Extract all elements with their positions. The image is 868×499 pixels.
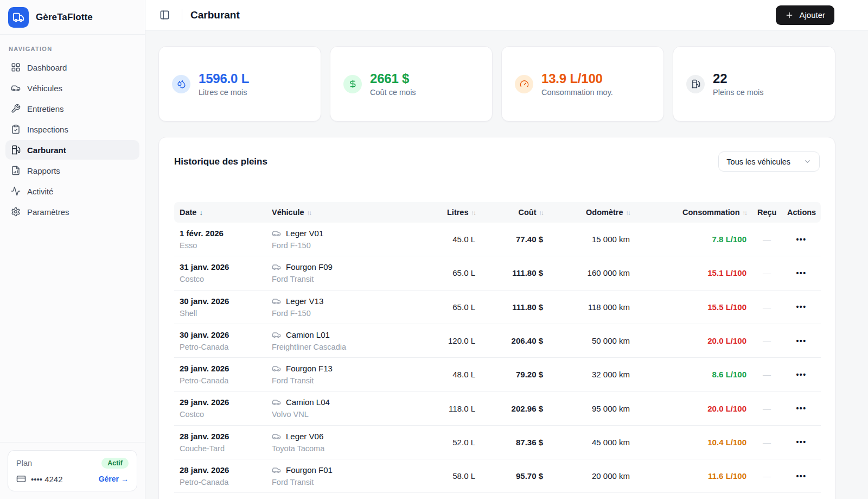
row-actions-button[interactable]: ••• [796, 236, 806, 243]
fuel-pump-icon [11, 145, 21, 155]
consumption-cell: 15.1 L/100 [635, 256, 752, 290]
date-cell: 29 janv. 2026 Costco [174, 391, 266, 425]
litres-cell: 52.0 L [435, 425, 481, 459]
row-actions-button[interactable]: ••• [796, 405, 806, 412]
fillup-date: 1 févr. 2026 [180, 228, 261, 239]
sidebar-item-entretiens[interactable]: Entretiens [5, 99, 139, 118]
litres-cell: 65.0 L [435, 256, 481, 290]
sidebar-item-label: Rapports [27, 166, 60, 175]
sidebar-item-parametres[interactable]: Paramètres [5, 202, 139, 222]
odometer-cell: 118 000 km [548, 290, 635, 324]
fillup-date: 29 janv. 2026 [180, 396, 261, 408]
vehicle-name: Fourgon F01 [286, 464, 333, 476]
sidebar-header: GèreTaFlotte [0, 0, 145, 35]
stat-card-consommation-moy-: 13.9 L/100Consommation moy. [501, 46, 664, 122]
date-cell: 31 janv. 2026 Costco [174, 256, 266, 290]
odometer-cell: 50 000 km [548, 324, 635, 357]
column-header-odometre[interactable]: Odomètre↑↓ [548, 202, 635, 223]
plan-status-badge: Actif [101, 458, 129, 469]
column-label: Actions [787, 208, 816, 217]
row-actions-button[interactable]: ••• [796, 303, 806, 311]
litres-cell: 65.0 L [435, 290, 481, 324]
sidebar-item-dashboard[interactable]: Dashboard [5, 58, 139, 77]
cost-cell: 79.20 $ [481, 358, 548, 391]
vehicle-model: Freightliner Cascadia [272, 342, 429, 352]
header-divider [182, 9, 182, 21]
droplets-icon [172, 75, 190, 93]
litres-cell: 118.0 L [435, 391, 481, 425]
car-icon [272, 364, 281, 373]
sidebar-item-activite[interactable]: Activité [5, 181, 139, 201]
column-header-cout[interactable]: Coût↑↓ [481, 202, 548, 223]
chevron-down-icon [803, 157, 812, 166]
receipt-cell: — [752, 425, 782, 459]
plus-icon [785, 11, 794, 20]
date-cell: 29 janv. 2026 Petro-Canada [174, 358, 266, 391]
sidebar-item-label: Dashboard [27, 63, 67, 72]
file-chart-icon [11, 166, 21, 175]
sidebar-item-inspections[interactable]: Inspections [5, 119, 139, 139]
odometer-cell: 160 000 km [548, 256, 635, 290]
main-area: Carburant Ajouter 1596.0 LLitres ce mois… [145, 0, 868, 499]
consumption-cell: 20.0 L/100 [635, 391, 752, 425]
vehicle-model: Ford Transit [272, 375, 429, 386]
vehicle-filter-select[interactable]: Tous les véhicules [718, 151, 820, 172]
litres-cell: 45.0 L [435, 223, 481, 256]
row-actions-button[interactable]: ••• [796, 269, 806, 277]
column-label: Reçu [757, 208, 776, 217]
date-cell: 28 janv. 2026 Petro-Canada [174, 459, 266, 493]
odometer-cell: 32 000 km [548, 358, 635, 391]
vehicle-name: Leger V13 [286, 295, 323, 307]
sidebar-item-rapports[interactable]: Rapports [5, 161, 139, 180]
gear-icon [11, 207, 21, 217]
app-window: GèreTaFlotte NAVIGATION DashboardVéhicul… [0, 0, 868, 499]
table-row: 1 févr. 2026 Esso Leger V01 Ford F-150 4… [174, 223, 821, 256]
table-row: 28 janv. 2026 Petro-Canada Fourgon F01 F… [174, 459, 821, 493]
column-header-vehicule[interactable]: Véhicule↑↓ [266, 202, 435, 223]
add-fuel-entry-button[interactable]: Ajouter [776, 5, 834, 25]
column-header-actions: Actions [782, 202, 821, 223]
sidebar-nav: NAVIGATION DashboardVéhiculesEntretiensI… [0, 35, 145, 442]
vehicle-cell: Leger V13 Ford F-150 [266, 290, 435, 324]
fuel-history-table: Date↓Véhicule↑↓Litres↑↓Coût↑↓Odomètre↑↓C… [174, 202, 821, 493]
wrench-icon [11, 104, 21, 113]
column-header-date[interactable]: Date↓ [174, 202, 266, 223]
sidebar-item-carburant[interactable]: Carburant [5, 140, 139, 160]
page-content: 1596.0 LLitres ce mois2661 $Coût ce mois… [145, 30, 868, 499]
date-cell: 30 janv. 2026 Petro-Canada [174, 324, 266, 357]
activity-icon [11, 186, 21, 196]
column-header-litres[interactable]: Litres↑↓ [435, 202, 481, 223]
row-actions-button[interactable]: ••• [796, 337, 806, 345]
column-header-consommation[interactable]: Consommation↑↓ [635, 202, 752, 223]
sort-updown-icon: ↑↓ [539, 210, 544, 216]
stat-value: 2661 $ [370, 71, 416, 86]
sort-updown-icon: ↑↓ [307, 210, 311, 216]
car-icon [272, 465, 281, 475]
sort-updown-icon: ↑↓ [626, 210, 630, 216]
panel-left-icon[interactable] [155, 6, 174, 24]
sidebar-item-label: Activité [27, 187, 53, 196]
vehicle-name: Leger V01 [286, 228, 323, 239]
brand-name: GèreTaFlotte [36, 12, 93, 23]
sort-desc-icon: ↓ [199, 209, 203, 217]
sidebar-item-label: Inspections [27, 125, 68, 134]
vehicle-cell: Leger V06 Toyota Tacoma [266, 425, 435, 459]
date-cell: 30 janv. 2026 Shell [174, 290, 266, 324]
sidebar-item-vehicules[interactable]: Véhicules [5, 78, 139, 98]
table-row: 31 janv. 2026 Costco Fourgon F09 Ford Tr… [174, 256, 821, 290]
fuel-history-card: Historique des pleins Tous les véhicules… [158, 137, 835, 499]
vehicle-model: Toyota Tacoma [272, 443, 429, 454]
row-actions-button[interactable]: ••• [796, 438, 806, 446]
fillup-date: 28 janv. 2026 [180, 431, 261, 442]
vehicle-name: Fourgon F13 [286, 363, 333, 374]
receipt-cell: — [752, 223, 782, 256]
manage-plan-link[interactable]: Gérer → [99, 475, 129, 483]
row-actions-button[interactable]: ••• [796, 472, 806, 480]
cost-cell: 87.36 $ [481, 425, 548, 459]
row-actions-button[interactable]: ••• [796, 371, 806, 378]
vehicle-cell: Fourgon F01 Ford Transit [266, 459, 435, 493]
receipt-cell: — [752, 358, 782, 391]
fillup-date: 30 janv. 2026 [180, 295, 261, 307]
sidebar-item-label: Carburant [27, 146, 66, 155]
sort-updown-icon: ↑↓ [471, 210, 476, 216]
